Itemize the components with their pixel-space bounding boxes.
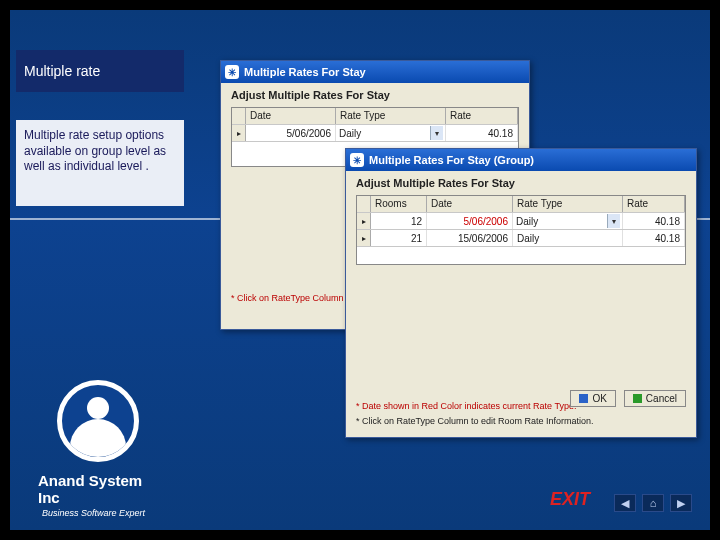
cell-rate[interactable]: 40.18 <box>623 230 685 246</box>
home-icon: ⌂ <box>650 497 657 509</box>
slide-description: Multiple rate setup options available on… <box>24 128 166 173</box>
table-row[interactable]: ▸ 21 15/06/2006 Daily 40.18 <box>357 230 685 247</box>
row-handle[interactable]: ▸ <box>357 230 371 246</box>
dialog2-subtitle: Adjust Multiple Rates For Stay <box>346 171 696 191</box>
ok-button[interactable]: OK <box>570 390 615 407</box>
cell-rate-type[interactable]: Daily <box>336 125 446 141</box>
cell-date[interactable]: 5/06/2006 <box>427 213 513 229</box>
cell-rooms[interactable]: 12 <box>371 213 427 229</box>
nav-controls: ◀ ⌂ ▶ <box>614 494 692 512</box>
dialog1-subtitle: Adjust Multiple Rates For Stay <box>221 83 529 103</box>
slide-title-box: Multiple rate <box>16 50 184 92</box>
company-logo-block: Anand System Inc Business Software Exper… <box>38 380 158 518</box>
col-rooms[interactable]: Rooms <box>371 196 427 212</box>
dialog2-title: Multiple Rates For Stay (Group) <box>369 154 534 166</box>
cancel-button[interactable]: Cancel <box>624 390 686 407</box>
nav-home-button[interactable]: ⌂ <box>642 494 664 512</box>
slide-title: Multiple rate <box>24 63 100 79</box>
nav-next-button[interactable]: ▶ <box>670 494 692 512</box>
app-icon: ✳ <box>350 153 364 167</box>
nav-prev-button[interactable]: ◀ <box>614 494 636 512</box>
arrow-left-icon: ◀ <box>621 497 629 510</box>
app-icon: ✳ <box>225 65 239 79</box>
row-handle[interactable]: ▸ <box>357 213 371 229</box>
cancel-icon <box>633 394 642 403</box>
cell-rate[interactable]: 40.18 <box>446 125 518 141</box>
dialog2-note2: Click on RateType Column to edit Room Ra… <box>346 414 696 429</box>
rate-type-dropdown[interactable]: Daily <box>337 126 444 140</box>
col-rate-type[interactable]: Rate Type <box>513 196 623 212</box>
slide-description-box: Multiple rate setup options available on… <box>16 120 184 206</box>
col-rate-type[interactable]: Rate Type <box>336 108 446 124</box>
rate-type-dropdown[interactable]: Daily <box>514 214 621 228</box>
cell-rate-type[interactable]: Daily <box>513 230 623 246</box>
cell-date[interactable]: 15/06/2006 <box>427 230 513 246</box>
company-name: Anand System Inc <box>38 472 158 506</box>
logo-icon <box>57 380 139 462</box>
cell-date[interactable]: 5/06/2006 <box>246 125 336 141</box>
cell-rate[interactable]: 40.18 <box>623 213 685 229</box>
company-tagline: Business Software Expert <box>42 508 158 518</box>
dialog2-grid: Rooms Date Rate Type Rate ▸ 12 5/06/2006… <box>356 195 686 265</box>
dialog2-titlebar[interactable]: ✳ Multiple Rates For Stay (Group) <box>346 149 696 171</box>
cell-rate-type[interactable]: Daily <box>513 213 623 229</box>
dialog1-titlebar[interactable]: ✳ Multiple Rates For Stay <box>221 61 529 83</box>
col-date[interactable]: Date <box>246 108 336 124</box>
table-row[interactable]: ▸ 12 5/06/2006 Daily 40.18 <box>357 213 685 230</box>
dialog-multiple-rates-group: ✳ Multiple Rates For Stay (Group) Adjust… <box>345 148 697 438</box>
col-rate[interactable]: Rate <box>623 196 685 212</box>
table-row[interactable]: ▸ 5/06/2006 Daily 40.18 <box>232 125 518 142</box>
arrow-right-icon: ▶ <box>677 497 685 510</box>
col-rate[interactable]: Rate <box>446 108 518 124</box>
cell-rooms[interactable]: 21 <box>371 230 427 246</box>
row-handle[interactable]: ▸ <box>232 125 246 141</box>
dialog1-title: Multiple Rates For Stay <box>244 66 366 78</box>
check-icon <box>579 394 588 403</box>
slide-background: Multiple rate Multiple rate setup option… <box>10 10 710 530</box>
exit-button[interactable]: EXIT <box>550 489 590 510</box>
col-date[interactable]: Date <box>427 196 513 212</box>
